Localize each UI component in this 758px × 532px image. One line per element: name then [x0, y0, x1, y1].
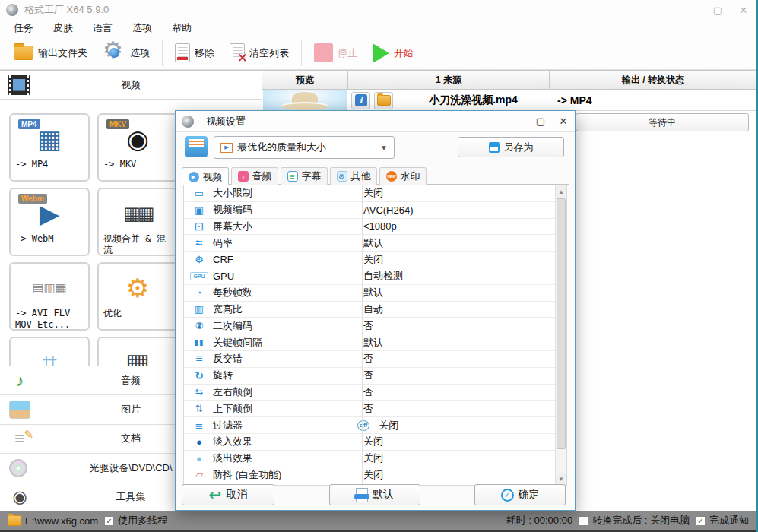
- menu-item[interactable]: 选项: [132, 21, 152, 35]
- dialog-close-icon[interactable]: ✕: [552, 112, 575, 131]
- info-button[interactable]: i: [351, 92, 370, 109]
- setting-row[interactable]: ↻ 旋转 否: [184, 368, 555, 385]
- setting-row[interactable]: ▭ 大小限制 关闭: [184, 185, 555, 202]
- queue-column-header[interactable]: 预览: [262, 71, 348, 89]
- setting-row[interactable]: ● 淡出效果 关闭: [184, 451, 555, 467]
- format-card[interactable]: ▦: [97, 337, 178, 366]
- setting-row[interactable]: ◔ 每秒帧数 默认: [184, 285, 555, 302]
- format-card[interactable]: ▦ MP4 -> MP4: [9, 113, 90, 182]
- queue-column-header[interactable]: 1 来源: [348, 71, 550, 89]
- setting-row[interactable]: ● 淡入效果 关闭: [184, 434, 555, 451]
- ok-button[interactable]: ✓ 确定: [474, 484, 566, 505]
- window-controls: – ▢ ✕: [679, 1, 756, 19]
- column-divider: [362, 185, 363, 485]
- save-as-button[interactable]: 另存为: [458, 137, 564, 157]
- video-section-header[interactable]: 视频: [0, 71, 262, 100]
- dialog-title: 视频设置: [206, 115, 246, 128]
- profile-selected-value: 最优化的质量和大小: [237, 141, 326, 154]
- settings-tab[interactable]: 水印: [379, 167, 427, 185]
- setting-row[interactable]: ⇅ 上下颠倒 否: [184, 401, 555, 417]
- format-card[interactable]: ▤▥▦ -> AVI FLV MOV Etc...: [9, 262, 90, 331]
- setting-row[interactable]: ▮▮ 关键帧间隔 默认: [184, 334, 555, 351]
- dialog-titlebar[interactable]: 视频设置 – ▢ ✕: [176, 111, 575, 132]
- output-path-button[interactable]: E:\www.x6g.com: [8, 515, 98, 527]
- dialog-minimize-icon[interactable]: –: [506, 112, 529, 131]
- profile-dropdown[interactable]: 最优化的质量和大小 ▼: [214, 136, 395, 159]
- tab-label: 音频: [252, 169, 272, 183]
- format-card[interactable]: ⌗: [9, 337, 90, 366]
- format-card[interactable]: ◉ MKV -> MKV: [97, 113, 178, 182]
- cancel-button[interactable]: ↩ 取消: [182, 484, 274, 505]
- stop-icon: [314, 43, 333, 62]
- start-button[interactable]: 开始: [365, 39, 421, 68]
- setting-row[interactable]: ≣ 过滤器 off 关闭: [184, 417, 555, 434]
- setting-row[interactable]: ≈ 码率 默认: [184, 235, 555, 252]
- setting-name: 过滤器: [208, 419, 357, 432]
- preset-tray-icon: [185, 136, 208, 157]
- format-card-iconzone: ▶ Webm: [15, 194, 84, 233]
- minimize-icon[interactable]: –: [679, 1, 705, 19]
- scroll-up-icon[interactable]: ▲: [556, 185, 566, 198]
- format-card[interactable]: ▦▦ 视频合并 & 混流: [97, 188, 178, 256]
- output-folder-button[interactable]: 输出文件夹: [6, 39, 95, 68]
- format-file-icon: ⚙: [126, 275, 149, 301]
- format-file-icon: ▦: [37, 126, 62, 152]
- default-label: 默认: [373, 488, 394, 502]
- setting-name: 视频编码: [208, 203, 357, 217]
- close-icon[interactable]: ✕: [731, 1, 756, 19]
- setting-name: 宽高比: [208, 302, 357, 316]
- setting-row[interactable]: ≡ 反交错 否: [184, 351, 555, 368]
- remove-button[interactable]: 移除: [167, 39, 222, 68]
- notify-toggle[interactable]: ✓ 完成通知: [696, 514, 749, 527]
- dialog-maximize-icon[interactable]: ▢: [529, 112, 552, 131]
- shutdown-after-toggle[interactable]: 转换完成后 : 关闭电脑: [579, 514, 690, 527]
- setting-row[interactable]: ② 二次编码 否: [184, 318, 555, 334]
- open-folder-button[interactable]: [374, 92, 393, 109]
- notify-checkbox[interactable]: ✓: [696, 516, 706, 526]
- settings-scrollbar[interactable]: ▲ ▼: [555, 185, 566, 485]
- shutdown-label: 转换完成后 : 关闭电脑: [592, 514, 690, 527]
- options-button[interactable]: 选项: [95, 39, 157, 68]
- queue-column-header[interactable]: 输出 / 转换状态: [550, 71, 756, 89]
- scroll-down-icon[interactable]: ▼: [556, 473, 566, 485]
- settings-tab[interactable]: 其他: [330, 167, 377, 185]
- tab-label: 水印: [401, 169, 420, 183]
- stop-button[interactable]: 停止: [306, 39, 365, 68]
- default-doc-icon: [356, 488, 368, 502]
- format-card[interactable]: ⚙ 优化: [97, 262, 178, 331]
- setting-row[interactable]: ▣ 视频编码 AVC(H264): [184, 202, 555, 219]
- setting-row[interactable]: ▥ 宽高比 自动: [184, 302, 555, 318]
- setting-row[interactable]: GPU GPU 自动检测: [184, 268, 555, 285]
- scrollbar-thumb[interactable]: [557, 198, 566, 449]
- setting-row[interactable]: ⊡ 屏幕大小 <1080p: [184, 219, 555, 236]
- status-badge: 等待中: [576, 113, 749, 131]
- maximize-icon[interactable]: ▢: [705, 1, 731, 19]
- settings-tab[interactable]: 视频: [182, 167, 229, 185]
- folder-icon: [377, 95, 391, 106]
- menu-item[interactable]: 任务: [14, 21, 33, 35]
- menu-item[interactable]: 皮肤: [53, 21, 73, 35]
- settings-tab[interactable]: 音频: [231, 167, 278, 185]
- menu-item[interactable]: 帮助: [172, 21, 192, 35]
- queue-task-row[interactable]: i 小刀洗澡视频.mp4 -> MP4: [262, 90, 756, 111]
- shutdown-checkbox[interactable]: [579, 516, 588, 526]
- setting-row[interactable]: ⇆ 左右颠倒 否: [184, 385, 555, 401]
- format-card[interactable]: ▶ Webm -> WebM: [9, 188, 90, 256]
- stop-label: 停止: [338, 46, 357, 60]
- preview-thumbnail[interactable]: [263, 90, 347, 110]
- default-button[interactable]: 默认: [329, 484, 420, 505]
- multithread-label: 使用多线程: [118, 514, 167, 527]
- format-card-label: 视频合并 & 混流: [103, 233, 172, 256]
- format-card-iconzone: ▤▥▦: [15, 268, 84, 308]
- setting-row[interactable]: ▱ 防抖 (白金功能) 关闭: [184, 467, 555, 484]
- format-card-grid: ▦ MP4 -> MP4 ◉ MKV -> MKV ▶: [9, 113, 181, 366]
- format-file-icon: ▤▥▦: [32, 282, 66, 294]
- multithread-toggle[interactable]: ✓ 使用多线程: [104, 514, 167, 527]
- clear-list-button[interactable]: 清空列表: [222, 39, 297, 68]
- multithread-checkbox[interactable]: ✓: [104, 516, 114, 526]
- settings-tabs: 视频 音频 字幕 其他 水印: [182, 167, 569, 185]
- menu-item[interactable]: 语言: [93, 21, 113, 35]
- setting-row[interactable]: ⚙ CRF 关闭: [184, 252, 555, 268]
- options-label: 选项: [130, 46, 150, 60]
- settings-tab[interactable]: 字幕: [281, 167, 328, 185]
